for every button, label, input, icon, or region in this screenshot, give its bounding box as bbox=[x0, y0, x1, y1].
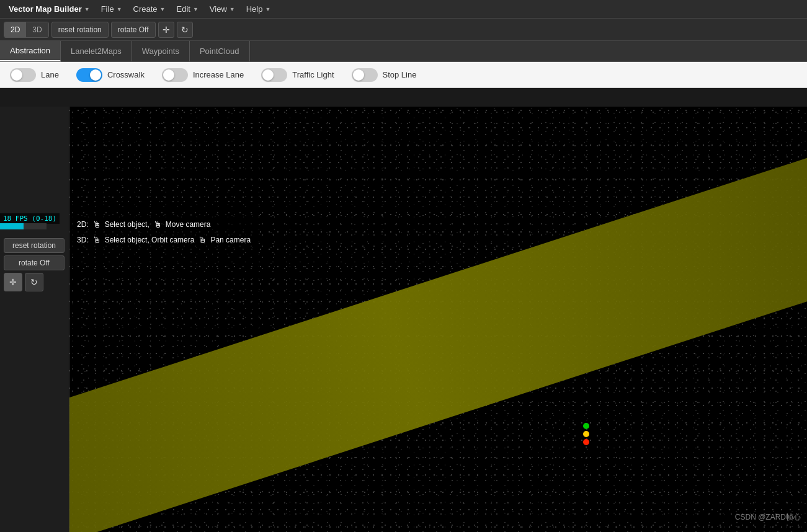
tab-bar: Abstraction Lanelet2Maps Waypoints Point… bbox=[0, 41, 807, 62]
reset-rotation-button[interactable]: reset rotation bbox=[51, 22, 109, 38]
toggle-traffic-light[interactable]: Traffic Light bbox=[261, 68, 334, 82]
mouse-icon-2d-mid: 🖱 bbox=[153, 217, 162, 233]
traffic-light-switch[interactable] bbox=[261, 68, 287, 82]
controls-overlay: 2D: 🖱 Select object, 🖱 Move camera 3D: 🖱… bbox=[69, 213, 258, 252]
control-row-3d: 3D: 🖱 Select object, Orbit camera 🖱 Pan … bbox=[77, 233, 251, 248]
fps-label: 18 FPS (0-18) bbox=[3, 215, 56, 223]
app-menu-item[interactable]: Vector Map Builder ▼ bbox=[4, 1, 95, 17]
crosswalk-switch[interactable] bbox=[76, 68, 102, 82]
increase-lane-knob bbox=[163, 69, 174, 81]
app-menu-arrow: ▼ bbox=[84, 6, 90, 12]
tab-lanelet2maps[interactable]: Lanelet2Maps bbox=[61, 41, 132, 61]
help-arrow: ▼ bbox=[265, 6, 270, 12]
stop-line-label: Stop Line bbox=[383, 70, 417, 79]
fps-bar-fill bbox=[0, 223, 24, 229]
increase-lane-label: Increase Lane bbox=[193, 70, 244, 79]
edit-label: Edit bbox=[177, 4, 190, 14]
view-toggle-group: 2D 3D bbox=[4, 22, 49, 38]
toolbar: 2D 3D reset rotation rotate Off ✛ ↻ bbox=[0, 19, 807, 41]
tab-pointcloud[interactable]: PointCloud bbox=[190, 41, 250, 61]
prefix-2d: 2D: bbox=[77, 218, 89, 232]
left-panel bbox=[0, 107, 69, 532]
edit-arrow: ▼ bbox=[193, 6, 198, 12]
watermark: CSDN @ZARD帧心 bbox=[735, 512, 801, 523]
refresh-icon-button[interactable]: ↻ bbox=[177, 22, 193, 38]
toggle-stop-line[interactable]: Stop Line bbox=[352, 68, 417, 82]
view-menu-item[interactable]: View ▼ bbox=[205, 1, 240, 17]
lane-switch[interactable] bbox=[10, 68, 36, 82]
2d-move-label: Move camera bbox=[166, 218, 211, 232]
2d-select-label: Select object, bbox=[105, 218, 149, 232]
watermark-text: CSDN @ZARD帧心 bbox=[735, 513, 801, 521]
stop-line-knob bbox=[353, 69, 364, 81]
mouse-icon-3d-left: 🖱 bbox=[92, 233, 101, 248]
help-label: Help bbox=[246, 4, 263, 14]
file-arrow: ▼ bbox=[117, 6, 122, 12]
fps-indicator: 18 FPS (0-18) bbox=[0, 213, 60, 224]
move-tool-button[interactable]: ✛ bbox=[4, 273, 22, 291]
move-icon-button[interactable]: ✛ bbox=[158, 22, 174, 38]
traffic-light-green bbox=[583, 423, 589, 429]
rotate-off-sidebar-label: rotate Off bbox=[19, 259, 50, 267]
create-menu-item[interactable]: Create ▼ bbox=[128, 1, 171, 17]
toggle-lane[interactable]: Lane bbox=[10, 68, 59, 82]
refresh-tool-button[interactable]: ↻ bbox=[25, 273, 43, 291]
reset-rotation-sidebar-button[interactable]: reset rotation bbox=[4, 238, 65, 253]
point-cloud-background bbox=[0, 107, 807, 532]
create-arrow: ▼ bbox=[160, 6, 166, 12]
help-menu-item[interactable]: Help ▼ bbox=[241, 1, 276, 17]
view-arrow: ▼ bbox=[230, 6, 235, 12]
view-label: View bbox=[210, 4, 227, 14]
stop-line-switch[interactable] bbox=[352, 68, 378, 82]
rotate-off-sidebar-button[interactable]: rotate Off bbox=[4, 255, 65, 270]
sidebar-icon-row: ✛ ↻ bbox=[4, 273, 65, 291]
lane-label: Lane bbox=[41, 70, 59, 79]
mouse-icon-3d-mid: 🖱 bbox=[198, 233, 207, 248]
3d-select-label: Select object, Orbit camera bbox=[105, 234, 195, 247]
prefix-3d: 3D: bbox=[77, 234, 89, 247]
lane-knob bbox=[11, 69, 22, 81]
control-row-2d: 2D: 🖱 Select object, 🖱 Move camera bbox=[77, 217, 251, 233]
edit-menu-item[interactable]: Edit ▼ bbox=[172, 1, 203, 17]
3d-pan-label: Pan camera bbox=[210, 234, 251, 247]
app-title: Vector Map Builder bbox=[9, 4, 82, 14]
traffic-light-knob bbox=[262, 69, 274, 81]
tab-abstraction[interactable]: Abstraction bbox=[0, 41, 61, 61]
rotate-off-button[interactable]: rotate Off bbox=[111, 22, 156, 38]
crosswalk-label: Crosswalk bbox=[107, 70, 145, 79]
toggle-bar: Lane Crosswalk Increase Lane Traffic Lig… bbox=[0, 62, 807, 88]
tab-waypoints[interactable]: Waypoints bbox=[132, 41, 190, 61]
mouse-icon-2d-left: 🖱 bbox=[92, 217, 101, 233]
toggle-crosswalk[interactable]: Crosswalk bbox=[76, 68, 145, 82]
reset-rotation-sidebar-label: reset rotation bbox=[12, 241, 56, 250]
fps-bar bbox=[0, 223, 47, 229]
create-label: Create bbox=[133, 4, 158, 14]
viewport[interactable]: 18 FPS (0-18) reset rotation rotate Off … bbox=[0, 107, 807, 532]
view-2d-button[interactable]: 2D bbox=[4, 22, 26, 37]
view-3d-button[interactable]: 3D bbox=[26, 22, 48, 37]
file-label: File bbox=[101, 4, 114, 14]
increase-lane-switch[interactable] bbox=[162, 68, 188, 82]
traffic-light-yellow bbox=[583, 431, 589, 437]
toggle-increase-lane[interactable]: Increase Lane bbox=[162, 68, 244, 82]
traffic-light-label: Traffic Light bbox=[292, 70, 334, 79]
menu-bar: Vector Map Builder ▼ File ▼ Create ▼ Edi… bbox=[0, 0, 807, 19]
traffic-light-object bbox=[583, 423, 589, 445]
crosswalk-knob bbox=[90, 69, 101, 81]
traffic-light-red bbox=[583, 439, 589, 445]
file-menu-item[interactable]: File ▼ bbox=[96, 1, 127, 17]
